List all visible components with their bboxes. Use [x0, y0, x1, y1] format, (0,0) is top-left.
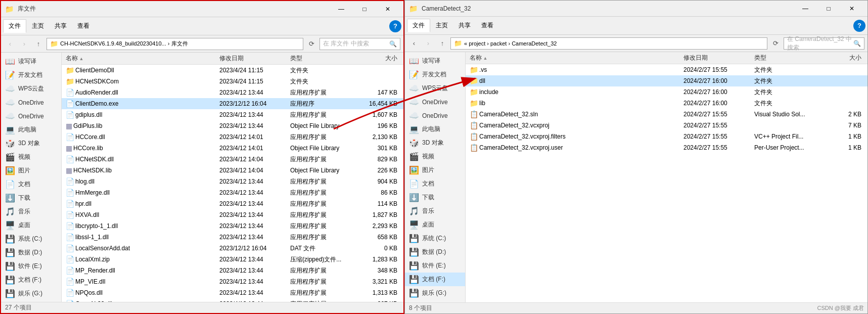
left-file-row[interactable]: ▦ GdiPlus.lib 2023/4/12 13:44 Object Fil…: [62, 120, 403, 131]
right-col-size-header[interactable]: 大小: [825, 54, 865, 62]
left-close-button[interactable]: ✕: [376, 1, 399, 17]
left-sidebar-item-8[interactable]: 🖼️图片: [1, 164, 61, 177]
left-file-row[interactable]: 📄 LocalSensorAdd.dat 2023/12/12 16:04 DA…: [62, 243, 403, 254]
right-sidebar-item-12[interactable]: 🖥️桌面: [405, 218, 465, 232]
left-file-row[interactable]: 📄 HCNetSDK.dll 2023/4/12 14:04 应用程序扩展 82…: [62, 154, 403, 165]
right-sidebar-item-9[interactable]: 📄文档: [405, 177, 465, 191]
right-tab-view[interactable]: 查看: [476, 19, 498, 32]
right-close-button[interactable]: ✕: [840, 1, 863, 17]
left-sidebar-item-2[interactable]: ☁️WPS云盘: [1, 82, 61, 96]
right-file-row[interactable]: 📋 CameraDetect_32.vcxproj 2024/2/27 15:5…: [466, 120, 867, 131]
left-help-button[interactable]: ?: [389, 20, 401, 32]
left-sidebar-item-13[interactable]: 💾系统 (C:): [1, 232, 61, 246]
right-search-box[interactable]: 在 CameraDetect_32 中搜索 🔍: [784, 37, 864, 50]
left-file-row[interactable]: 📁 HCNetSDKCom 2023/4/24 11:15 文件夹: [62, 76, 403, 87]
right-nav-forward[interactable]: ›: [422, 37, 434, 50]
left-sidebar-item-15[interactable]: 💾软件 (E:): [1, 259, 61, 273]
right-sidebar-item-11[interactable]: 🎵音乐: [405, 204, 465, 218]
right-minimize-button[interactable]: —: [794, 1, 817, 17]
right-file-row[interactable]: 📋 CameraDetect_32.sln 2024/2/27 15:55 Vi…: [466, 109, 867, 120]
right-help-button[interactable]: ?: [853, 20, 865, 32]
right-address-path[interactable]: 📁 « project › packet › CameraDetect_32: [450, 37, 767, 50]
right-sidebar-item-4[interactable]: ☁️OneDrive: [405, 109, 465, 122]
right-sidebar-item-14[interactable]: 💾数据 (D:): [405, 245, 465, 259]
right-file-row[interactable]: 📋 CameraDetect_32.vcxproj.filters 2024/2…: [466, 131, 867, 142]
left-nav-back[interactable]: ‹: [4, 38, 16, 50]
right-maximize-button[interactable]: □: [817, 1, 840, 17]
right-file-list[interactable]: 📁 .vs 2024/2/27 15:55 文件夹 📁 dll 2024/2/2…: [466, 64, 867, 302]
left-col-date-header[interactable]: 修改日期: [219, 54, 290, 63]
left-file-row[interactable]: 📄 MP_VIE.dll 2023/4/12 13:44 应用程序扩展 3,32…: [62, 276, 403, 287]
left-file-row[interactable]: 📄 LocalXml.zip 2023/4/12 13:44 压缩(zipped…: [62, 254, 403, 265]
left-file-row[interactable]: 📄 HmMerge.dll 2023/4/12 13:44 应用程序扩展 86 …: [62, 187, 403, 198]
right-refresh-button[interactable]: ⟳: [769, 37, 782, 50]
right-nav-back[interactable]: ‹: [408, 37, 420, 50]
right-file-row[interactable]: 📁 include 2024/2/27 16:00 文件夹: [466, 86, 867, 98]
right-tab-file[interactable]: 文件: [407, 19, 430, 32]
left-sidebar-item-9[interactable]: 📄文档: [1, 177, 61, 191]
left-tab-share[interactable]: 共享: [50, 20, 72, 32]
left-file-row[interactable]: 📄 libcrypto-1_1.dll 2023/4/12 13:44 应用程序…: [62, 220, 403, 232]
left-file-row[interactable]: 📄 NPQos.dll 2023/4/12 13:44 应用程序扩展 1,313…: [62, 287, 403, 298]
right-tab-share[interactable]: 共享: [453, 19, 476, 32]
right-nav-up[interactable]: ↑: [436, 37, 448, 50]
left-col-type-header[interactable]: 类型: [290, 54, 361, 63]
left-file-row[interactable]: ▦ HCCore.lib 2023/4/12 14:01 Object File…: [62, 143, 403, 154]
left-tab-file[interactable]: 文件: [3, 19, 26, 33]
left-col-size-header[interactable]: 大小: [361, 54, 401, 63]
right-sidebar-item-2[interactable]: ☁️WPS云盘: [405, 81, 465, 95]
right-col-date-header[interactable]: 修改日期: [683, 54, 754, 62]
left-file-row[interactable]: 📄 gdiplus.dll 2023/4/12 13:44 应用程序扩展 1,6…: [62, 109, 403, 120]
left-sidebar-item-5[interactable]: 💻此电脑: [1, 123, 61, 137]
left-sidebar-item-11[interactable]: 🎵音乐: [1, 205, 61, 218]
left-minimize-button[interactable]: —: [330, 1, 353, 17]
right-sidebar-item-8[interactable]: 🖼️图片: [405, 163, 465, 177]
left-file-row[interactable]: 📄 hlog.dll 2023/4/12 13:44 应用程序扩展 904 KB: [62, 176, 403, 187]
left-file-row[interactable]: 📄 hpr.dll 2023/4/12 13:44 应用程序扩展 114 KB: [62, 198, 403, 209]
right-tab-home[interactable]: 主页: [431, 19, 453, 32]
right-col-type-header[interactable]: 类型: [754, 54, 825, 62]
right-sidebar-item-5[interactable]: 💻此电脑: [405, 122, 465, 136]
left-sidebar-item-3[interactable]: ☁️OneDrive: [1, 96, 61, 109]
left-file-row[interactable]: 📄 HCCore.dll 2023/4/12 14:01 应用程序扩展 2,13…: [62, 131, 403, 143]
left-sidebar-item-12[interactable]: 🖥️桌面: [1, 218, 61, 232]
left-sidebar-item-6[interactable]: 🎲3D 对象: [1, 137, 61, 150]
left-file-list[interactable]: 📁 ClientDemoDll 2023/4/24 11:15 文件夹 📁 HC…: [62, 65, 403, 302]
right-sidebar-item-3[interactable]: ☁️OneDrive: [405, 95, 465, 109]
left-file-row[interactable]: 📄 libssl-1_1.dll 2023/4/12 13:44 应用程序扩展 …: [62, 232, 403, 243]
left-file-row[interactable]: ▦ HCNetSDK.lib 2023/4/12 14:04 Object Fi…: [62, 165, 403, 176]
left-file-row[interactable]: 📄 AudioRender.dll 2023/4/12 13:44 应用程序扩展…: [62, 87, 403, 98]
left-col-name-header[interactable]: 名称: [64, 54, 219, 63]
right-sidebar-item-13[interactable]: 💾系统 (C:): [405, 232, 465, 245]
left-sidebar-item-7[interactable]: 🎬视频: [1, 150, 61, 164]
left-sidebar-item-4[interactable]: ☁️OneDrive: [1, 109, 61, 123]
right-file-row[interactable]: 📁 lib 2024/2/27 16:00 文件夹: [466, 98, 867, 109]
left-search-box[interactable]: 在 库文件 中搜索 🔍: [319, 38, 400, 50]
left-sidebar-item-17[interactable]: 💾娱乐 (G:): [1, 287, 61, 300]
left-tab-view[interactable]: 查看: [72, 20, 95, 32]
left-file-row[interactable]: 📄 MP_Render.dll 2023/4/12 13:44 应用程序扩展 3…: [62, 265, 403, 276]
left-address-path[interactable]: 📁 CH-HCNetSDKV6.1.9.48_build20230410... …: [47, 38, 303, 50]
right-sidebar-item-7[interactable]: 🎬视频: [405, 150, 465, 163]
right-sidebar-item-10[interactable]: ⬇️下载: [405, 191, 465, 204]
right-sidebar-item-15[interactable]: 💾软件 (E:): [405, 259, 465, 273]
right-sidebar-item-0[interactable]: 📖读写译: [405, 54, 465, 68]
right-sidebar-item-17[interactable]: 💾娱乐 (G:): [405, 286, 465, 300]
left-file-row[interactable]: 📁 ClientDemoDll 2023/4/24 11:15 文件夹: [62, 65, 403, 76]
left-refresh-button[interactable]: ⟳: [305, 38, 317, 50]
left-sidebar-item-10[interactable]: ⬇️下载: [1, 191, 61, 205]
left-sidebar-item-1[interactable]: 📝开发文档: [1, 68, 61, 82]
left-sidebar-item-16[interactable]: 💾文档 (F:): [1, 273, 61, 287]
left-file-row[interactable]: 📄 HXVA.dll 2023/4/12 13:44 应用程序扩展 1,827 …: [62, 209, 403, 220]
right-sidebar-item-16[interactable]: 💾文档 (F:): [405, 273, 465, 286]
right-file-row[interactable]: 📁 .vs 2024/2/27 15:55 文件夹: [466, 64, 867, 75]
left-file-row[interactable]: 📄 OpenAL32.dll 2023/4/12 13:44 应用程序扩展 36…: [62, 298, 403, 302]
left-tab-home[interactable]: 主页: [27, 20, 49, 32]
right-file-row[interactable]: 📁 dll 2024/2/27 16:00 文件夹: [466, 75, 867, 86]
right-file-row[interactable]: 📋 CameraDetect_32.vcxproj.user 2024/2/27…: [466, 142, 867, 153]
left-maximize-button[interactable]: □: [353, 1, 376, 17]
left-nav-forward[interactable]: ›: [18, 38, 30, 50]
left-sidebar-item-0[interactable]: 📖读写译: [1, 55, 61, 68]
left-nav-up[interactable]: ↑: [32, 38, 44, 50]
left-file-row[interactable]: 📄 ClientDemo.exe 2023/12/12 16:04 应用程序 1…: [62, 98, 403, 109]
